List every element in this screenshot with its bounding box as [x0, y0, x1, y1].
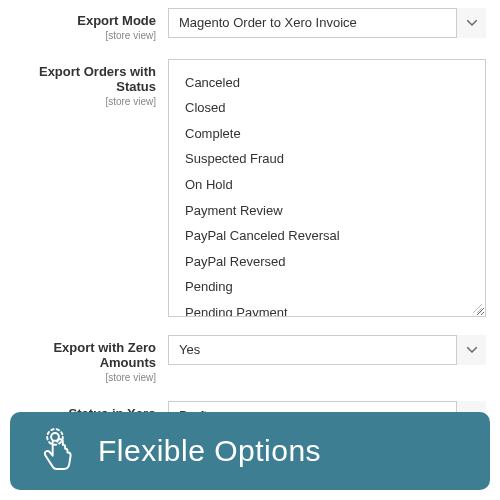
- field-scope: [store view]: [0, 30, 156, 41]
- multiselect-option[interactable]: Payment Review: [183, 198, 475, 224]
- multiselect-option[interactable]: Complete: [183, 121, 475, 147]
- svg-point-4: [47, 429, 63, 445]
- zero-amounts-select[interactable]: Yes: [168, 335, 486, 365]
- select-value: Magento Order to Xero Invoice: [168, 8, 486, 38]
- control-col: Magento Order to Xero Invoice: [168, 8, 486, 38]
- select-value: Yes: [168, 335, 486, 365]
- banner-text: Flexible Options: [98, 434, 321, 468]
- label-col: Export Orders with Status [store view]: [0, 59, 168, 107]
- touch-hand-icon: [30, 426, 80, 476]
- field-scope: [store view]: [0, 372, 156, 383]
- multiselect-option[interactable]: PayPal Reversed: [183, 249, 475, 275]
- svg-line-0: [473, 304, 482, 313]
- resize-handle-icon: [471, 302, 483, 314]
- export-status-multiselect[interactable]: CanceledClosedCompleteSuspected FraudOn …: [168, 59, 486, 317]
- chevron-down-icon: [456, 8, 486, 38]
- multiselect-option[interactable]: Pending Payment: [183, 300, 475, 317]
- label-col: Export with Zero Amounts [store view]: [0, 335, 168, 383]
- flexible-options-banner: Flexible Options: [10, 412, 490, 490]
- multiselect-option[interactable]: Canceled: [183, 70, 475, 96]
- svg-line-2: [480, 311, 482, 313]
- multiselect-option[interactable]: Pending: [183, 274, 475, 300]
- control-col: Yes: [168, 335, 486, 365]
- field-export-status: Export Orders with Status [store view] C…: [0, 59, 486, 317]
- export-mode-select[interactable]: Magento Order to Xero Invoice: [168, 8, 486, 38]
- settings-form: Export Mode [store view] Magento Order t…: [0, 0, 500, 433]
- multiselect-option[interactable]: Suspected Fraud: [183, 146, 475, 172]
- svg-line-1: [477, 308, 482, 313]
- multiselect-option[interactable]: On Hold: [183, 172, 475, 198]
- field-export-mode: Export Mode [store view] Magento Order t…: [0, 8, 486, 41]
- field-label: Export with Zero Amounts: [0, 340, 156, 371]
- chevron-down-icon: [456, 335, 486, 365]
- multiselect-option[interactable]: PayPal Canceled Reversal: [183, 223, 475, 249]
- multiselect-option[interactable]: Closed: [183, 95, 475, 121]
- field-label: Export Orders with Status: [0, 64, 156, 95]
- field-scope: [store view]: [0, 96, 156, 107]
- field-zero-amounts: Export with Zero Amounts [store view] Ye…: [0, 335, 486, 383]
- control-col: CanceledClosedCompleteSuspected FraudOn …: [168, 59, 486, 317]
- label-col: Export Mode [store view]: [0, 8, 168, 41]
- field-label: Export Mode: [0, 13, 156, 29]
